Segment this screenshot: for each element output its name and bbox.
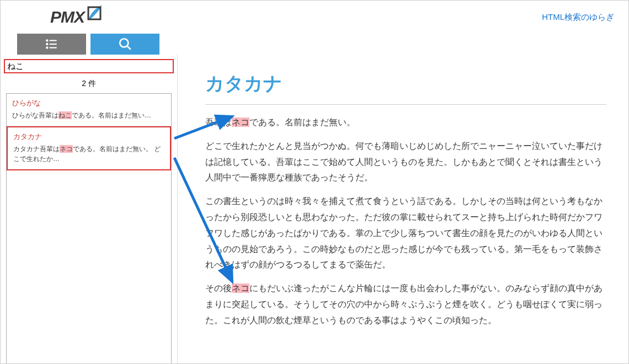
result-title: ひらがな bbox=[12, 98, 166, 108]
logo-text: PMX bbox=[50, 8, 84, 26]
content-scroll[interactable]: カタカナ 吾輩はネコである。名前はまだ無い。 どこで生れたかとんと見当がつかぬ。… bbox=[178, 55, 628, 363]
content-area: カタカナ 吾輩はネコである。名前はまだ無い。 どこで生れたかとんと見当がつかぬ。… bbox=[177, 55, 628, 364]
logo: PMX bbox=[50, 6, 104, 29]
result-item[interactable]: ひらがな ひらがな吾輩はねこである。名前はまだ無い… bbox=[7, 94, 171, 126]
paragraph: 吾輩はネコである。名前はまだ無い。 bbox=[205, 115, 606, 131]
header: PMX HTML検索のゆらぎ bbox=[1, 1, 628, 34]
list-icon bbox=[45, 37, 59, 51]
svg-rect-2 bbox=[49, 40, 56, 41]
page-title: カタカナ bbox=[205, 71, 606, 105]
highlight: ねこ bbox=[58, 111, 72, 119]
tab-search[interactable] bbox=[90, 34, 159, 55]
header-link[interactable]: HTML検索のゆらぎ bbox=[542, 12, 614, 23]
svg-line-8 bbox=[127, 46, 131, 50]
result-snippet: ひらがな吾輩はねこである。名前はまだ無い… bbox=[12, 110, 166, 120]
search-icon bbox=[118, 37, 132, 51]
svg-point-5 bbox=[46, 46, 48, 49]
paragraph: この書生というのは時々我々を捕えて煮て食うという話である。しかしその当時は何とい… bbox=[205, 194, 606, 273]
highlight: ネコ bbox=[60, 145, 73, 153]
main-layout: 2 件 ひらがな ひらがな吾輩はねこである。名前はまだ無い… カタカナ カタカナ… bbox=[1, 55, 628, 364]
feather-icon bbox=[86, 4, 104, 26]
result-count: 2 件 bbox=[6, 76, 172, 93]
result-snippet: カタカナ吾輩はネコである。名前はまだ無い。 どこで生れたか… bbox=[13, 144, 164, 164]
result-item[interactable]: カタカナ カタカナ吾輩はネコである。名前はまだ無い。 どこで生れたか… bbox=[7, 126, 171, 170]
highlight: ネコ bbox=[232, 117, 249, 127]
svg-rect-4 bbox=[49, 44, 56, 45]
highlight: ネコ bbox=[232, 283, 249, 293]
svg-point-1 bbox=[46, 39, 48, 41]
tab-toc[interactable] bbox=[17, 34, 86, 55]
search-box bbox=[4, 59, 174, 73]
paragraph: その後ネコにもだいぶ逢ったがこんな片輪には一度も出会わした事がない。のみならず顔… bbox=[205, 281, 606, 328]
svg-rect-6 bbox=[49, 47, 56, 48]
results-list: ひらがな ひらがな吾輩はねこである。名前はまだ無い… カタカナ カタカナ吾輩はネ… bbox=[6, 93, 172, 364]
tab-bar bbox=[17, 34, 628, 55]
svg-point-3 bbox=[46, 43, 48, 45]
search-input[interactable] bbox=[7, 62, 170, 71]
svg-point-7 bbox=[120, 39, 128, 47]
result-title: カタカナ bbox=[13, 132, 164, 142]
sidebar: 2 件 ひらがな ひらがな吾輩はねこである。名前はまだ無い… カタカナ カタカナ… bbox=[1, 55, 177, 364]
paragraph: どこで生れたかとんと見当がつかぬ。何でも薄暗いじめじめした所でニャーニャー泣いて… bbox=[205, 138, 606, 186]
